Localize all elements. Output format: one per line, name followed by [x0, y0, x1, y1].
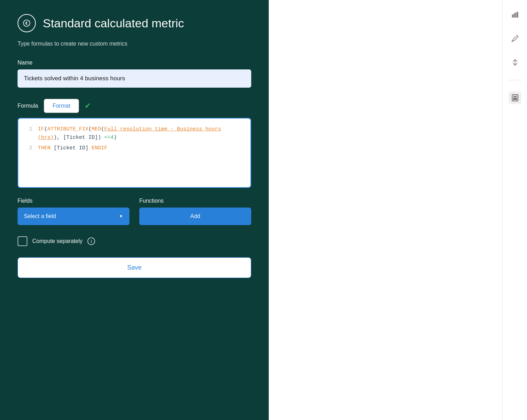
code-med: MED [92, 126, 101, 132]
compute-checkbox[interactable] [18, 236, 27, 246]
info-icon[interactable]: i [87, 237, 95, 245]
code-num: 4 [111, 135, 114, 141]
save-button[interactable]: Save [18, 257, 251, 278]
page-header: Standard calculated metric [18, 14, 251, 32]
code-line-2: 2 THEN [Ticket ID] ENDIF [18, 143, 251, 154]
compute-row: Compute separately i [18, 236, 251, 246]
sidebar-divider [508, 80, 522, 80]
fields-col: Fields Select a field ▼ [18, 198, 129, 225]
svg-point-7 [513, 98, 514, 99]
svg-point-11 [515, 99, 515, 100]
compute-label: Compute separately [32, 238, 82, 244]
code-content-1: IF(ATTRIBUTE_FIX(MED(Full resolution tim… [38, 125, 245, 142]
svg-rect-3 [516, 12, 518, 18]
name-section: Name [18, 60, 251, 99]
fields-label: Fields [18, 198, 129, 204]
svg-rect-6 [513, 96, 516, 97]
code-attribute-fix: ATTRIBUTE_FIX [47, 126, 88, 132]
functions-label: Functions [139, 198, 251, 204]
code-if: IF [38, 126, 44, 132]
line-num-2: 2 [24, 144, 32, 153]
functions-col: Functions Add [139, 198, 251, 225]
code-endif: ENDIF [92, 145, 107, 151]
svg-point-12 [516, 99, 516, 100]
add-button[interactable]: Add [139, 208, 251, 225]
formula-label: Formula [18, 103, 38, 109]
formula-editor[interactable]: 1 IF(ATTRIBUTE_FIX(MED(Full resolution t… [18, 118, 251, 188]
svg-point-8 [515, 98, 515, 99]
code-op: <= [104, 135, 111, 141]
format-button[interactable]: Format [44, 99, 79, 113]
formula-row: Formula Format ✔ [18, 99, 251, 113]
brush-icon[interactable] [509, 32, 521, 45]
line-num-1: 1 [24, 125, 32, 134]
bar-chart-icon[interactable] [509, 8, 521, 21]
dropdown-icon: ▼ [119, 214, 123, 219]
calculator-icon[interactable] [509, 92, 521, 104]
page-title: Standard calculated metric [43, 16, 184, 30]
svg-point-10 [513, 99, 514, 100]
svg-point-9 [516, 98, 516, 99]
right-sidebar [502, 0, 527, 420]
svg-rect-1 [512, 15, 513, 17]
page-subtitle: Type formulas to create new custom metri… [18, 41, 251, 47]
code-then: THEN [38, 145, 51, 151]
code-content-2: THEN [Ticket ID] ENDIF [38, 144, 245, 153]
select-field-text: Select a field [24, 213, 56, 219]
valid-checkmark: ✔ [85, 101, 91, 110]
name-input[interactable] [18, 69, 251, 88]
svg-rect-2 [514, 13, 516, 17]
select-field-button[interactable]: Select a field ▼ [18, 208, 129, 225]
name-label: Name [18, 60, 251, 66]
code-line-1: 1 IF(ATTRIBUTE_FIX(MED(Full resolution t… [18, 124, 251, 143]
svg-point-0 [24, 20, 30, 26]
white-area [269, 0, 502, 420]
fields-functions-row: Fields Select a field ▼ Functions Add [18, 198, 251, 225]
main-content: Standard calculated metric Type formulas… [0, 0, 269, 420]
back-button[interactable] [18, 14, 36, 32]
sort-icon[interactable] [509, 56, 521, 69]
